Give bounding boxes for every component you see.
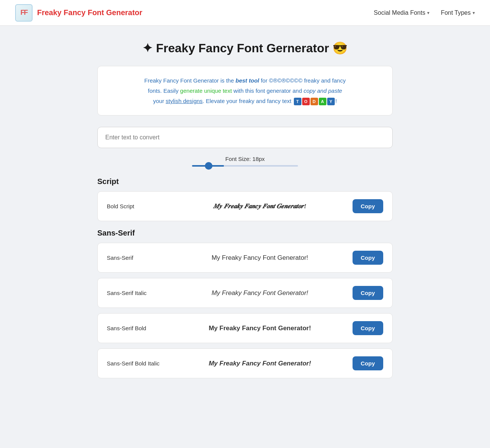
today-a-badge: A [319, 98, 326, 105]
bold-script-card: Bold Script 𝑴𝒚 𝑭𝒓𝒆𝒂𝒌𝒚 𝑭𝒂𝒏𝒄𝒚 𝑭𝒐𝒏𝒕 𝑮𝒆𝒏𝒆𝒓𝒂𝒕… [97, 191, 393, 221]
sans-serif-section-label: Sans-Serif [97, 229, 393, 237]
sans-serif-bold-copy-button[interactable]: Copy [353, 321, 384, 335]
generate-text: generate unique text [180, 87, 232, 94]
script-section: Script Bold Script 𝑴𝒚 𝑭𝒓𝒆𝒂𝒌𝒚 𝑭𝒂𝒏𝒄𝒚 𝑭𝒐𝒏𝒕 … [97, 177, 393, 221]
sans-serif-copy-button[interactable]: Copy [353, 251, 384, 265]
sans-serif-bold-name: Sans-Serif Bold [107, 325, 167, 331]
sans-serif-section: Sans-Serif Sans-Serif My Freaky Fancy Fo… [97, 229, 393, 378]
logo-icon: FF [15, 4, 33, 22]
nav-social-media-fonts[interactable]: Social Media Fonts ▾ [374, 9, 429, 16]
main-content: ✦ Freaky Fancy Font Gernerator 😎 Freaky … [90, 26, 400, 401]
slider-wrapper [97, 165, 393, 167]
script-section-label: Script [97, 177, 393, 186]
today-t-badge: T [294, 98, 301, 105]
sans-serif-bold-italic-name: Sans-Serif Bold Italic [107, 360, 167, 367]
stylish-designs-link[interactable]: stylish designs [166, 98, 203, 104]
description-text: Freaky Fancy Font Generator is the best … [110, 75, 380, 106]
page-title: ✦ Freaky Fancy Font Gernerator 😎 [97, 41, 393, 55]
copy-paste-text: copy and paste [304, 87, 342, 94]
sans-serif-name: Sans-Serif [107, 254, 167, 261]
sans-serif-bold-italic-copy-button[interactable]: Copy [353, 356, 384, 370]
nav-font-types[interactable]: Font Types ▾ [441, 9, 475, 16]
bold-script-name: Bold Script [107, 203, 167, 209]
sans-serif-italic-card: Sans-Serif Italic My Freaky Fancy Font G… [97, 278, 393, 308]
sans-serif-bold-preview: My Freaky Fancy Font Generator! [167, 325, 353, 332]
sans-serif-bold-card: Sans-Serif Bold My Freaky Fancy Font Gen… [97, 313, 393, 343]
bold-script-preview: 𝑴𝒚 𝑭𝒓𝒆𝒂𝒌𝒚 𝑭𝒂𝒏𝒄𝒚 𝑭𝒐𝒏𝒕 𝑮𝒆𝒏𝒆𝒓𝒂𝒕𝒐𝒓! [167, 203, 353, 210]
description-box: Freaky Fancy Font Generator is the best … [97, 66, 393, 116]
logo-title: Freaky Fancy Font Generator [37, 8, 142, 17]
today-o-badge: O [302, 98, 310, 105]
font-size-section: Font Size: 18px [97, 156, 393, 167]
nav-font-types-label: Font Types [441, 9, 471, 16]
input-section [97, 127, 393, 148]
text-input[interactable] [97, 127, 393, 148]
chevron-down-icon: ▾ [427, 10, 429, 16]
bold-tool-text: best tool [236, 77, 259, 84]
sans-serif-italic-preview: My Freaky Fancy Font Generator! [167, 289, 353, 297]
sans-serif-italic-copy-button[interactable]: Copy [353, 286, 384, 300]
today-d-badge: D [311, 98, 318, 105]
bold-script-copy-button[interactable]: Copy [353, 199, 384, 213]
nav-social-media-fonts-label: Social Media Fonts [374, 9, 425, 16]
today-y-badge: Y [327, 98, 335, 105]
today-badges: TODAY [294, 98, 335, 105]
sans-serif-card: Sans-Serif My Freaky Fancy Font Generato… [97, 243, 393, 273]
nav-bar: Social Media Fonts ▾ Font Types ▾ [374, 9, 475, 16]
font-size-label: Font Size: 18px [97, 156, 393, 162]
sans-serif-bold-italic-card: Sans-Serif Bold Italic My Freaky Fancy F… [97, 348, 393, 378]
header: FF Freaky Fancy Font Generator Social Me… [0, 0, 490, 26]
chevron-down-icon: ▾ [473, 10, 475, 16]
font-size-slider[interactable] [192, 165, 298, 167]
sans-serif-preview: My Freaky Fancy Font Generator! [167, 254, 353, 262]
sans-serif-italic-name: Sans-Serif Italic [107, 290, 167, 296]
logo-area: FF Freaky Fancy Font Generator [15, 4, 142, 22]
sans-serif-bold-italic-preview: My Freaky Fancy Font Generator! [167, 360, 353, 367]
